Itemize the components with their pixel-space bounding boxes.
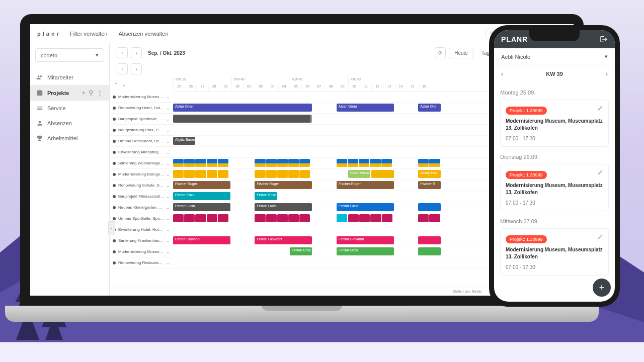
schedule-bar[interactable]: Ferrari Lucia bbox=[337, 203, 394, 211]
schedule-bar[interactable]: Ferrari Enzo bbox=[173, 192, 230, 200]
task-card[interactable]: Projekt: 1.30999 Modernisierung Museum, … bbox=[500, 228, 609, 276]
next-period-button[interactable]: › bbox=[131, 47, 142, 58]
day-header: 11 bbox=[360, 84, 371, 91]
schedule-bar[interactable]: Fischer Roger bbox=[337, 181, 394, 189]
schedule-bar[interactable] bbox=[418, 247, 440, 255]
sidebar-item-service[interactable]: Service bbox=[30, 101, 109, 116]
collapse-all-icon[interactable]: ⌄ bbox=[122, 82, 126, 87]
project-row-label[interactable]: Bauprojekt Fitnessstudio, ...⌄ bbox=[110, 191, 173, 202]
schedule-bar[interactable] bbox=[418, 203, 440, 211]
project-row-label[interactable]: Neugestaltung Park, Parkstras...⌄ bbox=[110, 125, 173, 136]
schedule-bar[interactable] bbox=[418, 236, 440, 244]
project-row-label[interactable]: Renovierung Schule, Schul...⌄ bbox=[110, 180, 173, 191]
schedule-bar[interactable]: Ferrari Enzo bbox=[255, 192, 277, 200]
edit-icon[interactable] bbox=[597, 105, 603, 111]
refresh-button[interactable]: ⟳ bbox=[435, 47, 446, 58]
task-card[interactable]: Projekt: 1.30999 Modernisierung Museum, … bbox=[500, 164, 609, 211]
schedule-bar[interactable]: Ferrari Enzo bbox=[337, 247, 394, 255]
org-selector[interactable]: codeto ▾ bbox=[35, 48, 104, 62]
sidebar-item-mitarbeiter[interactable]: Mitarbeiter bbox=[30, 70, 109, 85]
list-icon bbox=[36, 105, 43, 112]
prev-week-button[interactable]: ‹ bbox=[117, 63, 128, 74]
project-row-label[interactable]: Neubau Kindergarten, Kin...⌄ bbox=[110, 202, 173, 213]
chevron-down-icon: ▾ bbox=[605, 53, 608, 60]
schedule-segment[interactable] bbox=[255, 214, 310, 222]
project-row-label[interactable]: Bauprojekt Sporthalle, Sportpl...⌄ bbox=[110, 114, 173, 125]
project-row-label[interactable]: Modernisierung Museum, ...⌄ bbox=[110, 246, 173, 257]
sidebar-item-absenzen[interactable]: Absenzen bbox=[30, 116, 109, 131]
project-row-label[interactable]: Renovierung Restaurant, Resta...⌄ bbox=[110, 257, 173, 268]
schedule-bar[interactable]: Ferrari Giovanni bbox=[173, 236, 230, 244]
sidebar-collapse-button[interactable]: ‹ bbox=[108, 221, 115, 235]
schedule-segment[interactable] bbox=[173, 214, 229, 222]
project-row-label[interactable]: Sanierung Wohnanlage, W...⌄ bbox=[110, 158, 173, 169]
schedule-bar[interactable]: Aslan Om bbox=[418, 104, 440, 112]
edit-icon[interactable] bbox=[597, 234, 603, 240]
mobile-logo: PLANR bbox=[501, 35, 528, 43]
schedule-segment[interactable] bbox=[418, 159, 440, 167]
add-icon[interactable]: + bbox=[82, 89, 86, 97]
schedule-bar[interactable]: Akyüz Baran bbox=[173, 137, 195, 145]
sidebar-item-arbeitsmittel[interactable]: Arbeitsmittel bbox=[30, 131, 109, 146]
schedule-bar[interactable]: Fischer Roger bbox=[255, 181, 312, 189]
schedule-segment[interactable] bbox=[173, 170, 229, 178]
day-header: 08 bbox=[325, 84, 336, 91]
clipboard-icon bbox=[36, 89, 43, 97]
next-week-button[interactable]: › bbox=[131, 63, 142, 74]
schedule-segment[interactable] bbox=[418, 214, 440, 222]
schedule-bar[interactable]: Aksoy Lale bbox=[418, 170, 440, 178]
day-header: 10 bbox=[348, 84, 360, 91]
project-row-label[interactable]: Sanierung Krankenhaus, G...⌄ bbox=[110, 235, 173, 246]
week-navigator: ‹ KW 39 › bbox=[494, 65, 615, 82]
logout-icon[interactable] bbox=[600, 35, 608, 43]
day-header: 12 bbox=[371, 84, 383, 91]
schedule-bar[interactable]: Fischer Roger bbox=[173, 181, 230, 189]
day-header: 13 bbox=[383, 84, 394, 91]
schedule-bar[interactable] bbox=[371, 170, 393, 178]
schedule-segment[interactable] bbox=[255, 170, 310, 178]
day-header: 09 bbox=[337, 84, 348, 91]
project-row-label[interactable]: Modernisierung Bürogebä...⌄ bbox=[110, 169, 173, 180]
task-time: 07:00 - 17:30 bbox=[506, 200, 603, 206]
prev-week-button[interactable]: ‹ bbox=[501, 70, 503, 77]
project-row-label[interactable]: Erweiterung Hotel, Hotelgasse ...⌄ bbox=[110, 224, 173, 235]
schedule-bar[interactable]: Fischer R bbox=[418, 181, 440, 189]
schedule-bar[interactable]: Aslan Omer bbox=[337, 104, 394, 112]
today-button[interactable]: Heute bbox=[449, 48, 473, 58]
sidebar-item-projekte[interactable]: Projekte+⚲⋮ bbox=[30, 85, 109, 101]
project-row-label[interactable]: Modernisierung Museum, Muse...⌄ bbox=[110, 92, 173, 103]
nav-absences[interactable]: Absenzen verwalten bbox=[118, 31, 168, 37]
schedule-bar[interactable]: Ferrari Lucia bbox=[255, 203, 312, 211]
add-button[interactable]: + bbox=[593, 279, 611, 297]
schedule-bar[interactable]: Ferrari Giovanni bbox=[255, 236, 312, 244]
project-row-label[interactable]: Renovierung Hotel, Hotelg...⌄ bbox=[110, 103, 173, 114]
schedule-segment[interactable] bbox=[337, 159, 392, 167]
next-week-button[interactable]: › bbox=[606, 70, 608, 77]
filter-icon[interactable]: ⚲ bbox=[89, 89, 94, 97]
schedule-segment[interactable] bbox=[255, 159, 310, 167]
project-row-label[interactable]: Erweiterung Altenpflegeheim, ...⌄ bbox=[110, 147, 173, 158]
schedule-bar[interactable] bbox=[337, 214, 347, 222]
expand-all-icon[interactable]: ⌃ bbox=[114, 82, 118, 87]
nav-filter[interactable]: Filter verwalten bbox=[70, 31, 108, 37]
schedule-bar[interactable]: Corsi Marco bbox=[348, 170, 370, 178]
more-icon[interactable]: ⋮ bbox=[97, 89, 103, 97]
schedule-segment[interactable] bbox=[348, 214, 393, 222]
day-header: 16 bbox=[418, 84, 430, 91]
edit-icon[interactable] bbox=[597, 169, 603, 175]
schedule-segment[interactable] bbox=[173, 159, 229, 167]
task-card[interactable]: Projekt: 1.30999 Modernisierung Museum, … bbox=[500, 100, 609, 147]
schedule-bar[interactable] bbox=[173, 115, 312, 123]
user-selector[interactable]: Aebli Nicole ▾ bbox=[494, 48, 615, 65]
schedule-bar[interactable]: Aslan Omer bbox=[173, 104, 312, 112]
app-logo: planr bbox=[37, 31, 61, 37]
schedule-bar[interactable]: Ferrari Lucia bbox=[173, 203, 230, 211]
schedule-bar[interactable]: Ferrari Enzo bbox=[290, 247, 312, 255]
week-header: KW 41 bbox=[290, 77, 348, 84]
project-row-label[interactable]: Umbau Sporthalle, Sportpl...⌄ bbox=[110, 213, 173, 224]
prev-period-button[interactable]: ‹ bbox=[117, 47, 128, 58]
rows-per-page-label: Zeilen pro Seite: bbox=[453, 289, 482, 294]
project-row-label[interactable]: Umbau Restaurant, Resta...⌄ bbox=[110, 136, 173, 147]
schedule-bar[interactable]: Ferrari Giovanni bbox=[337, 236, 394, 244]
task-title: Modernisierung Museum, Museumsplatz 13, … bbox=[506, 246, 603, 260]
